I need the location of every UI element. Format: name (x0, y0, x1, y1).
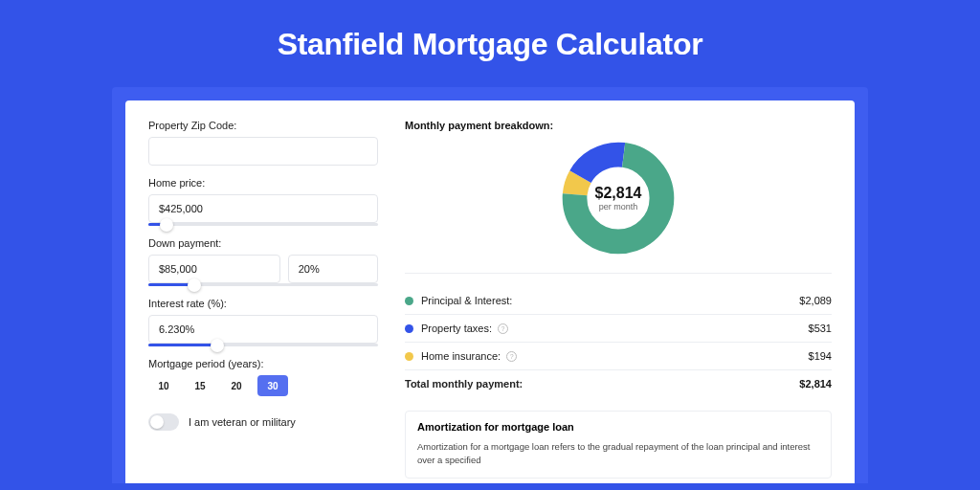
legend-label: Property taxes: (421, 323, 492, 334)
legend-value: $194 (809, 350, 832, 362)
mortgage-period-option-30[interactable]: 30 (257, 375, 288, 396)
form-column: Property Zip Code: Home price: Down paym… (148, 120, 378, 483)
legend-label: Home insurance: (421, 350, 501, 362)
breakdown-legend: Principal & Interest:$2,089Property taxe… (405, 287, 832, 370)
down-payment-pct-input[interactable] (288, 255, 378, 283)
legend-row: Property taxes:?$531 (405, 315, 832, 343)
slider-thumb[interactable] (211, 339, 224, 352)
calculator-panel: Property Zip Code: Home price: Down paym… (125, 100, 855, 483)
donut-chart: $2,814 per month (561, 141, 676, 256)
page-title: Stanfield Mortgage Calculator (278, 27, 703, 62)
amortization-text: Amortization for a mortgage loan refers … (417, 440, 819, 468)
legend-dot-icon (405, 352, 413, 361)
zip-input[interactable] (148, 137, 378, 166)
legend-dot-icon (405, 324, 413, 333)
veteran-toggle[interactable] (148, 413, 179, 431)
legend-row: Principal & Interest:$2,089 (405, 287, 832, 315)
legend-row: Home insurance:?$194 (405, 343, 832, 370)
mortgage-period-option-15[interactable]: 15 (185, 375, 215, 396)
total-value: $2,814 (799, 378, 832, 390)
interest-rate-label: Interest rate (%): (148, 298, 378, 309)
mortgage-period-option-10[interactable]: 10 (148, 375, 179, 396)
home-price-label: Home price: (148, 177, 378, 189)
legend-value: $531 (809, 323, 832, 334)
slider-thumb[interactable] (160, 218, 173, 232)
mortgage-period-label: Mortgage period (years): (148, 358, 378, 369)
legend-value: $2,089 (799, 295, 832, 306)
donut-amount: $2,814 (595, 185, 642, 202)
legend-dot-icon (405, 297, 413, 305)
slider-thumb[interactable] (188, 278, 201, 292)
toggle-knob (150, 415, 164, 429)
panel-shadow: Property Zip Code: Home price: Down paym… (112, 87, 868, 483)
home-price-input[interactable] (148, 194, 378, 223)
interest-rate-input[interactable] (148, 315, 378, 344)
amortization-title: Amortization for mortgage loan (417, 421, 819, 433)
donut-sublabel: per month (599, 202, 638, 212)
total-label: Total monthly payment: (405, 378, 523, 390)
veteran-label: I am veteran or military (189, 416, 296, 428)
mortgage-period-option-20[interactable]: 20 (221, 375, 252, 396)
breakdown-column: Monthly payment breakdown: $2,814 per mo… (405, 120, 832, 483)
home-price-slider[interactable] (148, 223, 378, 226)
breakdown-title: Monthly payment breakdown: (405, 120, 832, 131)
mortgage-period-options: 10152030 (148, 375, 378, 396)
info-icon[interactable]: ? (506, 351, 517, 362)
legend-label: Principal & Interest: (421, 295, 512, 306)
down-payment-label: Down payment: (148, 237, 378, 249)
down-payment-input[interactable] (148, 255, 280, 283)
zip-label: Property Zip Code: (148, 120, 378, 131)
down-payment-slider[interactable] (148, 283, 378, 286)
interest-rate-slider[interactable] (148, 344, 378, 346)
info-icon[interactable]: ? (498, 323, 508, 334)
